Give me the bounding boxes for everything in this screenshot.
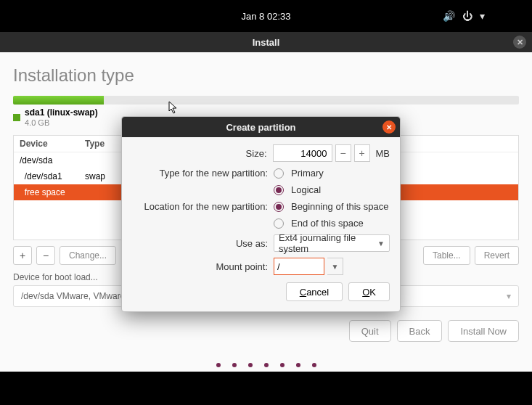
quit-button[interactable]: Quit <box>349 320 391 342</box>
volume-icon[interactable]: 🔊 <box>443 10 455 22</box>
useas-select[interactable]: Ext4 journaling file system ▼ <box>274 234 390 252</box>
radio-end[interactable]: End of this space <box>274 218 390 229</box>
mount-point-input[interactable] <box>274 258 324 275</box>
radio-logical[interactable]: Logical <box>274 184 390 195</box>
radio-icon <box>274 185 284 195</box>
size-unit: MB <box>376 148 390 159</box>
dot <box>296 363 300 367</box>
revert-button[interactable]: Revert <box>475 246 519 265</box>
system-tray: 🔊 ⏻ ▾ <box>443 10 485 22</box>
col-device: Device <box>20 139 85 149</box>
useas-value: Ext4 journaling file system <box>279 232 377 254</box>
radio-begin[interactable]: Beginning of this space <box>274 201 390 212</box>
ok-button[interactable]: OK <box>348 282 390 301</box>
chevron-down-icon: ▾ <box>507 291 511 301</box>
legend-size: 4.0 GB <box>25 118 49 127</box>
dot <box>280 363 285 367</box>
create-partition-dialog: Create partition ✕ Size: − + MB Type for… <box>121 116 401 312</box>
window-titlebar: Install ✕ <box>0 32 532 52</box>
size-label: Size: <box>132 148 273 159</box>
radio-icon <box>274 202 284 212</box>
top-bar: Jan 8 02:33 🔊 ⏻ ▾ <box>0 0 532 32</box>
wizard-buttons: Quit Back Install Now <box>13 320 519 342</box>
cancel-button[interactable]: Cancel <box>286 282 343 301</box>
size-decrement-button[interactable]: − <box>335 144 351 162</box>
dot <box>312 363 316 367</box>
legend-label: sda1 (linux-swap) <box>25 107 98 118</box>
dot <box>248 363 253 367</box>
partition-bar-free <box>104 96 519 105</box>
power-icon[interactable]: ⏻ <box>462 10 472 22</box>
dot <box>264 363 269 367</box>
clock: Jan 8 02:33 <box>242 11 291 22</box>
mount-label: Mount point: <box>132 261 274 272</box>
change-button[interactable]: Change... <box>60 246 116 265</box>
page-dots <box>216 363 316 367</box>
partition-bar-swap <box>13 96 104 105</box>
page-title: Installation type <box>13 65 519 86</box>
radio-icon <box>274 218 284 229</box>
legend-swatch <box>13 114 20 121</box>
dot <box>216 363 221 367</box>
size-input[interactable] <box>273 144 332 162</box>
window-close-button[interactable]: ✕ <box>513 36 526 49</box>
size-increment-button[interactable]: + <box>354 144 370 162</box>
dialog-titlebar: Create partition ✕ <box>122 117 400 137</box>
radio-primary[interactable]: Primary <box>274 168 390 179</box>
install-now-button[interactable]: Install Now <box>448 320 519 342</box>
add-partition-button[interactable]: + <box>13 246 32 265</box>
back-button[interactable]: Back <box>397 320 443 342</box>
partition-visual <box>13 96 519 105</box>
location-label: Location for the new partition: <box>132 201 274 212</box>
window-title: Install <box>253 37 280 48</box>
mount-dropdown-button[interactable]: ▼ <box>327 258 343 275</box>
type-label: Type for the new partition: <box>132 168 274 179</box>
useas-label: Use as: <box>132 238 274 249</box>
new-table-button[interactable]: Table... <box>423 246 470 265</box>
dialog-close-button[interactable]: ✕ <box>382 120 396 134</box>
col-type: Type <box>85 139 121 149</box>
radio-icon <box>274 168 284 179</box>
remove-partition-button[interactable]: − <box>36 246 55 265</box>
dot <box>232 363 237 367</box>
chevron-down-icon[interactable]: ▾ <box>480 10 485 22</box>
chevron-down-icon: ▼ <box>377 240 385 248</box>
dialog-title: Create partition <box>226 122 295 133</box>
